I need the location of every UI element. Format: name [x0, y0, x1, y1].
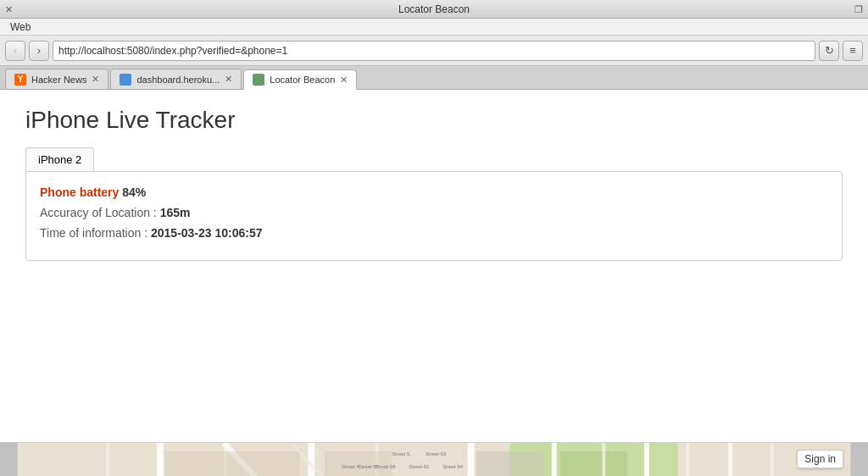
device-tab-content: Phone battery 84% Accuracy of Location :…	[25, 171, 843, 261]
svg-rect-11	[728, 443, 732, 476]
battery-label: Phone battery	[40, 185, 119, 199]
svg-rect-9	[552, 443, 557, 476]
page-title: iPhone Live Tracker	[25, 107, 843, 134]
svg-rect-25	[165, 451, 300, 476]
svg-text:Street 64: Street 64	[442, 464, 464, 469]
svg-rect-30	[476, 451, 543, 476]
map-container[interactable]: Service Rd North (VR-30) F-10 Markaz Kha…	[17, 442, 851, 476]
svg-text:Street 68: Street 68	[376, 464, 397, 469]
svg-rect-2	[560, 451, 627, 476]
forward-button[interactable]: ›	[29, 41, 49, 61]
tab-dashboard[interactable]: dashboard.heroku... ✕	[110, 69, 242, 89]
window-close-icon[interactable]: ✕	[5, 3, 13, 14]
accuracy-value: 165m	[160, 206, 191, 219]
svg-text:Street 62: Street 62	[409, 464, 429, 469]
accuracy-info: Accuracy of Location : 165m	[40, 206, 828, 219]
svg-rect-7	[308, 443, 314, 476]
device-tab-container: iPhone 2 Phone battery 84% Accuracy of L…	[25, 147, 843, 261]
window-title: Locator Beacon	[398, 3, 470, 15]
accuracy-label: Accuracy of Location :	[40, 206, 157, 219]
svg-rect-20	[771, 443, 774, 476]
time-label: Time of information :	[40, 226, 147, 240]
tab-hacker-news[interactable]: Y Hacker News ✕	[5, 69, 108, 89]
svg-text:Street 5: Street 5	[392, 451, 409, 457]
menubar-web[interactable]: Web	[5, 21, 36, 33]
svg-rect-15	[106, 443, 109, 476]
device-tab-iphone2[interactable]: iPhone 2	[25, 147, 94, 171]
tab-label-hn: Hacker News	[31, 75, 86, 85]
battery-value: 84%	[122, 185, 146, 199]
svg-rect-19	[687, 443, 690, 476]
navbar: ‹ › http://localhost:5080/index.php?veri…	[0, 36, 868, 66]
svg-text:Street 63: Street 63	[426, 451, 447, 457]
svg-rect-18	[602, 443, 605, 476]
tab-favicon-hn: Y	[14, 74, 26, 86]
tab-label-locator: Locator Beacon	[270, 75, 335, 85]
address-url: http://localhost:5080/index.php?verified…	[58, 45, 287, 57]
tab-close-locator[interactable]: ✕	[340, 75, 348, 86]
window-titlebar: ✕ Locator Beacon ❐	[0, 0, 868, 19]
sign-in-button[interactable]: Sign in	[797, 450, 843, 468]
tabs-bar: Y Hacker News ✕ dashboard.heroku... ✕ Lo…	[0, 66, 868, 90]
menu-button[interactable]: ≡	[843, 41, 863, 61]
tab-close-hn[interactable]: ✕	[92, 74, 99, 85]
time-value: 2015-03-23 10:06:57	[151, 226, 263, 240]
reload-button[interactable]: ↻	[819, 41, 839, 61]
page-content: iPhone Live Tracker iPhone 2 Phone batte…	[0, 90, 868, 442]
tab-favicon-locator	[253, 74, 264, 86]
menubar: Web	[0, 19, 868, 36]
tab-locator-beacon[interactable]: Locator Beacon ✕	[243, 69, 357, 90]
battery-info: Phone battery 84%	[40, 185, 828, 199]
address-bar[interactable]: http://localhost:5080/index.php?verified…	[53, 41, 815, 61]
window-maximize-icon[interactable]: ❐	[854, 3, 863, 14]
svg-rect-8	[468, 443, 475, 476]
tab-label-dashboard: dashboard.heroku...	[136, 75, 220, 85]
tab-close-dashboard[interactable]: ✕	[225, 74, 232, 85]
time-info: Time of information : 2015-03-23 10:06:5…	[40, 226, 828, 240]
svg-rect-6	[157, 443, 164, 476]
svg-text:Street 4: Street 4	[342, 464, 359, 469]
svg-rect-10	[644, 443, 649, 476]
tab-favicon-dashboard	[120, 74, 131, 86]
back-button[interactable]: ‹	[5, 41, 25, 61]
map-svg: Service Rd North (VR-30) F-10 Markaz Kha…	[18, 443, 850, 476]
